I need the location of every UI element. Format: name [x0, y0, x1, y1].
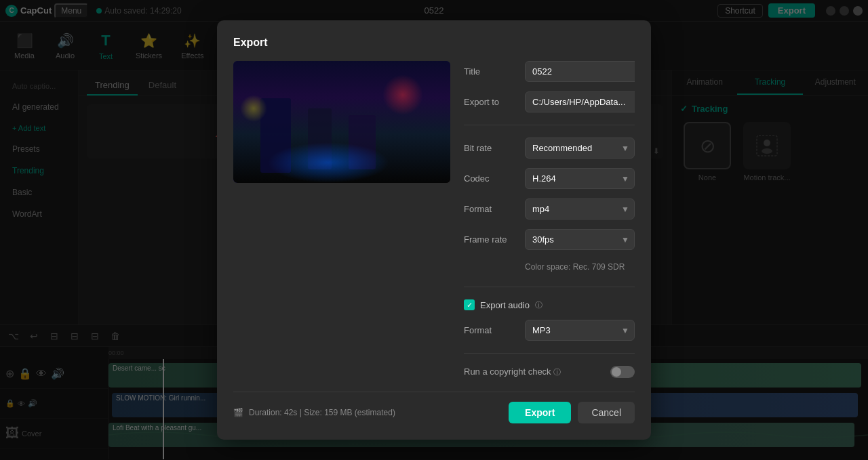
- audio-format-label: Format: [464, 325, 518, 335]
- bit-rate-select[interactable]: Recommended Low Medium High: [525, 138, 635, 159]
- dialog-actions: Export Cancel: [509, 402, 635, 423]
- dialog-overlay: Export ✏ Edit cover: [0, 0, 868, 460]
- title-field-row: Title: [464, 61, 635, 82]
- format-select[interactable]: mp4 mov avi: [525, 198, 635, 219]
- title-field-label: Title: [464, 66, 518, 77]
- export-to-input[interactable]: [525, 91, 635, 112]
- copyright-toggle[interactable]: [610, 366, 635, 378]
- frame-rate-field-row: Frame rate 24fps 25fps 30fps 60fps ▼: [464, 229, 635, 250]
- frame-rate-select[interactable]: 24fps 25fps 30fps 60fps: [525, 229, 635, 250]
- format-field-row: Format mp4 mov avi ▼: [464, 198, 635, 219]
- dialog-fields: Title Export to 📁 Bit rate Recommended: [464, 61, 635, 378]
- dialog-body: ✏ Edit cover: [233, 61, 635, 378]
- copyright-row: Run a copyright check ⓘ: [464, 366, 635, 378]
- section-divider-1: [464, 125, 635, 125]
- check-mark: ✓: [467, 301, 473, 310]
- color-space-row: Color space: Rec. 709 SDR: [464, 259, 635, 274]
- glow-2: [382, 75, 423, 115]
- audio-format-field-row: Format MP3 AAC WAV ▼: [464, 320, 635, 341]
- format-select-wrapper: mp4 mov avi ▼: [525, 198, 635, 219]
- dialog-info: 🎬 Duration: 42s | Size: 159 MB (estimate…: [233, 408, 395, 417]
- toggle-thumb: [612, 367, 621, 377]
- export-audio-row: ✓ Export audio ⓘ: [464, 299, 635, 310]
- color-space-value: Color space: Rec. 709 SDR: [525, 259, 625, 274]
- codec-field-row: Codec H.264 H.265 VP9 ▼: [464, 168, 635, 189]
- bit-rate-label: Bit rate: [464, 143, 518, 153]
- dialog-preview: ✏ Edit cover: [233, 61, 450, 378]
- cancel-button[interactable]: Cancel: [578, 402, 635, 423]
- export-to-field-row: Export to 📁: [464, 91, 635, 112]
- dialog-footer: 🎬 Duration: 42s | Size: 159 MB (estimate…: [233, 392, 635, 423]
- codec-label: Codec: [464, 173, 518, 184]
- export-audio-checkbox[interactable]: ✓: [464, 299, 475, 310]
- glow-3: [240, 95, 267, 122]
- export-button[interactable]: Export: [509, 402, 571, 423]
- export-dialog: Export ✏ Edit cover: [217, 20, 651, 440]
- duration-size-text: Duration: 42s | Size: 159 MB (estimated): [249, 408, 395, 417]
- export-audio-label: Export audio: [480, 300, 530, 310]
- frame-rate-label: Frame rate: [464, 234, 518, 245]
- title-field-input[interactable]: [525, 61, 635, 82]
- format-label: Format: [464, 204, 518, 214]
- preview-image: ✏ Edit cover: [233, 61, 450, 183]
- film-icon: 🎬: [233, 408, 243, 417]
- section-divider-2: [464, 287, 635, 287]
- bit-rate-select-wrapper: Recommended Low Medium High ▼: [525, 138, 635, 159]
- codec-select-wrapper: H.264 H.265 VP9 ▼: [525, 168, 635, 189]
- audio-format-select-wrapper: MP3 AAC WAV ▼: [525, 320, 635, 341]
- audio-format-select[interactable]: MP3 AAC WAV: [525, 320, 635, 341]
- glow-1: [267, 142, 389, 183]
- export-to-label: Export to: [464, 97, 518, 107]
- export-audio-info-icon[interactable]: ⓘ: [535, 300, 542, 310]
- dialog-title: Export: [233, 37, 635, 49]
- frame-rate-select-wrapper: 24fps 25fps 30fps 60fps ▼: [525, 229, 635, 250]
- copyright-info-icon[interactable]: ⓘ: [553, 368, 561, 376]
- copyright-label: Run a copyright check ⓘ: [464, 367, 604, 377]
- section-divider-3: [464, 353, 635, 354]
- codec-select[interactable]: H.264 H.265 VP9: [525, 168, 635, 189]
- bit-rate-field-row: Bit rate Recommended Low Medium High ▼: [464, 138, 635, 159]
